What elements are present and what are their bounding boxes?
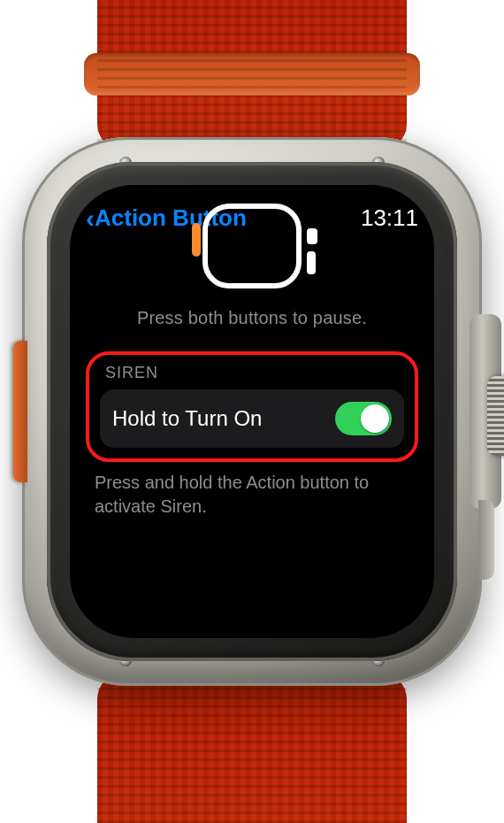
clock-time: 13:11 (361, 204, 418, 232)
band-loop (84, 53, 420, 96)
hold-to-turn-on-toggle[interactable] (335, 402, 392, 435)
siren-section-highlight: SIREN Hold to Turn On (86, 351, 418, 462)
pause-hint-text: Press both buttons to pause. (86, 308, 418, 328)
watch-band-bottom (97, 673, 407, 823)
siren-section-header: SIREN (100, 364, 404, 389)
illustration-side-button-icon (307, 251, 316, 274)
back-chevron-icon[interactable]: ‹ (86, 205, 95, 232)
physical-side-button (478, 500, 494, 580)
watch-case: ‹ Action Button 13:11 Press both buttons… (22, 137, 482, 686)
illustration-crown-icon (307, 228, 317, 244)
hold-to-turn-on-row[interactable]: Hold to Turn On (100, 389, 404, 448)
toggle-knob (361, 404, 389, 433)
hold-to-turn-on-label: Hold to Turn On (112, 406, 262, 431)
watch-illustration (181, 237, 323, 299)
watch-screen: ‹ Action Button 13:11 Press both buttons… (70, 185, 434, 638)
siren-footer-text: Press and hold the Action but­ton to act… (86, 471, 418, 519)
digital-crown (487, 376, 504, 456)
physical-action-button (13, 341, 27, 482)
watch-band-top (97, 0, 407, 150)
illustration-action-button-icon (192, 223, 201, 257)
